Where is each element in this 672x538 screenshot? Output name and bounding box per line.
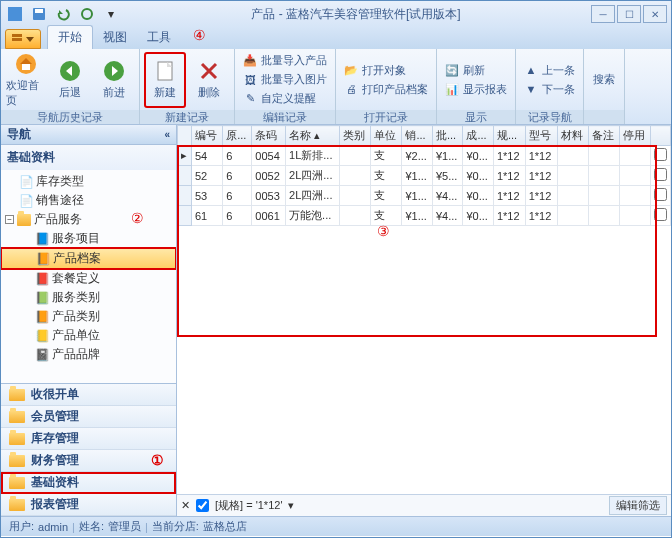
col-check[interactable] — [651, 126, 671, 146]
tree-prod-archive[interactable]: 📙产品档案 — [1, 248, 176, 269]
doc-icon: 📙 — [35, 310, 49, 324]
home-icon — [14, 52, 38, 76]
col-orig[interactable]: 原... — [223, 126, 252, 146]
col-model[interactable]: 型号 — [525, 126, 557, 146]
forward-button[interactable]: 前进 — [93, 52, 135, 108]
col-remark[interactable]: 备注 — [588, 126, 619, 146]
tree-service-item[interactable]: 📘服务项目 — [1, 229, 176, 248]
col-batch[interactable]: 批... — [432, 126, 462, 146]
batch-import-prod-button[interactable]: 📥批量导入产品 — [239, 52, 331, 70]
row-checkbox[interactable] — [654, 168, 667, 181]
tab-view[interactable]: 视图 — [93, 26, 137, 49]
col-barcode[interactable]: 条码 — [252, 126, 286, 146]
group-recnav-label: 记录导航 — [516, 110, 583, 124]
table-row[interactable]: 53600532L四洲... 支¥1...¥4... ¥0...1*121*12 — [178, 186, 671, 206]
redo-icon[interactable] — [77, 4, 97, 24]
tree-prod-cat[interactable]: 📙产品类别 — [1, 307, 176, 326]
col-disable[interactable]: 停用 — [619, 126, 650, 146]
tab-start[interactable]: 开始 — [47, 25, 93, 49]
doc-icon: 📘 — [35, 232, 49, 246]
filter-dropdown-icon[interactable]: ▾ — [288, 499, 294, 512]
prev-record-button[interactable]: ▲上一条 — [520, 61, 579, 79]
delete-button[interactable]: 删除 — [188, 52, 230, 108]
folder-icon — [9, 411, 25, 423]
filter-close-icon[interactable]: ✕ — [181, 499, 190, 512]
col-spec[interactable]: 规... — [493, 126, 525, 146]
annotation-1: ① — [151, 452, 164, 468]
status-name: 管理员 — [108, 519, 141, 534]
new-button[interactable]: 新建 — [144, 52, 186, 108]
custom-note-button[interactable]: ✎自定义提醒 — [239, 90, 331, 108]
save-icon[interactable] — [29, 4, 49, 24]
doc-icon: 📙 — [36, 252, 50, 266]
status-user: admin — [38, 521, 68, 533]
welcome-button[interactable]: 欢迎首页 — [5, 52, 47, 108]
folder-icon — [9, 499, 25, 511]
col-cat[interactable]: 类别 — [340, 126, 371, 146]
title-bar: ▾ 产品 - 蓝格汽车美容管理软件[试用版本] ─ ☐ ✕ — [1, 1, 671, 27]
cat-report[interactable]: 报表管理 — [1, 494, 176, 516]
main-area: 导航« 基础资料 📄库存类型 📄销售途径 −产品服务 ② 📘服务项目 📙产品档案… — [1, 125, 671, 516]
tree-prod-service[interactable]: −产品服务 — [1, 210, 176, 229]
app-icon[interactable] — [5, 4, 25, 24]
close-button[interactable]: ✕ — [643, 5, 667, 23]
maximize-button[interactable]: ☐ — [617, 5, 641, 23]
cat-base[interactable]: 基础资料 — [1, 472, 176, 494]
edit-filter-button[interactable]: 编辑筛选 — [609, 496, 667, 515]
app-menu-button[interactable] — [5, 29, 41, 49]
filter-checkbox[interactable] — [196, 499, 209, 512]
qat-dropdown-icon[interactable]: ▾ — [101, 4, 121, 24]
grid-header-row: 编号 原... 条码 名称 ▴ 类别 单位 销... 批... 成... 规..… — [178, 126, 671, 146]
folder-icon — [9, 433, 25, 445]
window-title: 产品 - 蓝格汽车美容管理软件[试用版本] — [121, 6, 591, 23]
group-nav-label: 导航历史记录 — [1, 110, 139, 124]
refresh-button[interactable]: 🔄刷新 — [441, 61, 511, 79]
tree-stock-type[interactable]: 📄库存类型 — [1, 172, 176, 191]
data-grid[interactable]: 编号 原... 条码 名称 ▴ 类别 单位 销... 批... 成... 规..… — [177, 125, 671, 494]
forward-icon — [102, 59, 126, 83]
col-cost[interactable]: 成... — [463, 126, 493, 146]
show-report-button[interactable]: 📊显示报表 — [441, 80, 511, 98]
row-checkbox[interactable] — [654, 208, 667, 221]
collapse-icon[interactable]: − — [5, 215, 14, 224]
search-button[interactable]: 搜索 — [588, 52, 620, 108]
row-checkbox[interactable] — [654, 148, 667, 161]
tree-prod-brand[interactable]: 📓产品品牌 — [1, 345, 176, 364]
tree-prod-unit[interactable]: 📒产品单位 — [1, 326, 176, 345]
col-unit[interactable]: 单位 — [371, 126, 402, 146]
tree-pkg-def[interactable]: 📕套餐定义 — [1, 269, 176, 288]
col-name[interactable]: 名称 ▴ — [286, 126, 340, 146]
col-sale[interactable]: 销... — [402, 126, 432, 146]
open-object-button[interactable]: 📂打开对象 — [340, 61, 432, 79]
status-user-label: 用户: — [9, 519, 34, 534]
down-icon: ▼ — [524, 82, 538, 96]
undo-icon[interactable] — [53, 4, 73, 24]
next-record-button[interactable]: ▼下一条 — [520, 80, 579, 98]
svg-rect-4 — [12, 34, 22, 37]
grid-footer: ✕ [规格] = '1*12' ▾ 编辑筛选 — [177, 494, 671, 516]
cat-member[interactable]: 会员管理 — [1, 406, 176, 428]
tree-sale-channel[interactable]: 📄销售途径 — [1, 191, 176, 210]
svg-rect-2 — [35, 9, 43, 13]
batch-import-img-button[interactable]: 🖼批量导入图片 — [239, 71, 331, 89]
row-checkbox[interactable] — [654, 188, 667, 201]
folder-icon — [9, 455, 25, 467]
table-row[interactable]: ▸ 54600541L新排... 支¥2...¥1... ¥0...1*121*… — [178, 146, 671, 166]
col-no[interactable]: 编号 — [192, 126, 223, 146]
tab-tool[interactable]: 工具 — [137, 26, 181, 49]
nav-header[interactable]: 导航« — [1, 125, 176, 145]
print-archive-button[interactable]: 🖨打印产品档案 — [340, 80, 432, 98]
cat-receipt[interactable]: 收很开单 — [1, 384, 176, 406]
col-material[interactable]: 材料 — [557, 126, 588, 146]
tree-service-cat[interactable]: 📗服务类别 — [1, 288, 176, 307]
cat-finance[interactable]: 财务管理① — [1, 450, 176, 472]
nav-categories: 收很开单 会员管理 库存管理 财务管理① 基础资料 报表管理 — [1, 383, 176, 516]
menu-tabs: 开始 视图 工具 ④ — [1, 27, 671, 49]
table-row[interactable]: 52600522L四洲... 支¥1...¥5... ¥0...1*121*12 — [178, 166, 671, 186]
minimize-button[interactable]: ─ — [591, 5, 615, 23]
back-button[interactable]: 后退 — [49, 52, 91, 108]
new-icon — [153, 59, 177, 83]
table-row[interactable]: 6160061万能泡... 支¥1...¥4... ¥0...1*121*12 — [178, 206, 671, 226]
status-name-label: 姓名: — [79, 519, 104, 534]
cat-stock[interactable]: 库存管理 — [1, 428, 176, 450]
